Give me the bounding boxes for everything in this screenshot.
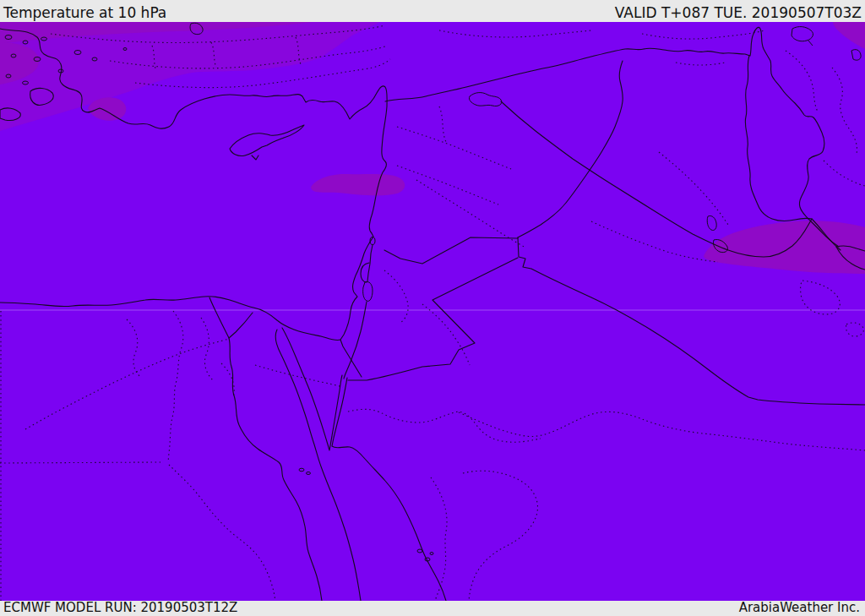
model-run-label: ECMWF MODEL RUN: 20190503T12Z bbox=[3, 601, 237, 615]
page-title: Temperature at 10 hPa bbox=[3, 5, 166, 21]
temperature-band-warm bbox=[0, 22, 865, 601]
temperature-map bbox=[0, 22, 865, 601]
header-bar: Temperature at 10 hPa VALID T+087 TUE. 2… bbox=[0, 0, 865, 22]
valid-time-label: VALID T+087 TUE. 20190507T03Z bbox=[615, 5, 862, 21]
brand-label: ArabiaWeather Inc. bbox=[739, 601, 860, 615]
map-canvas bbox=[0, 22, 865, 601]
temperature-patch-lebanon bbox=[311, 174, 405, 196]
footer-bar: ECMWF MODEL RUN: 20190503T12Z ArabiaWeat… bbox=[0, 601, 865, 616]
